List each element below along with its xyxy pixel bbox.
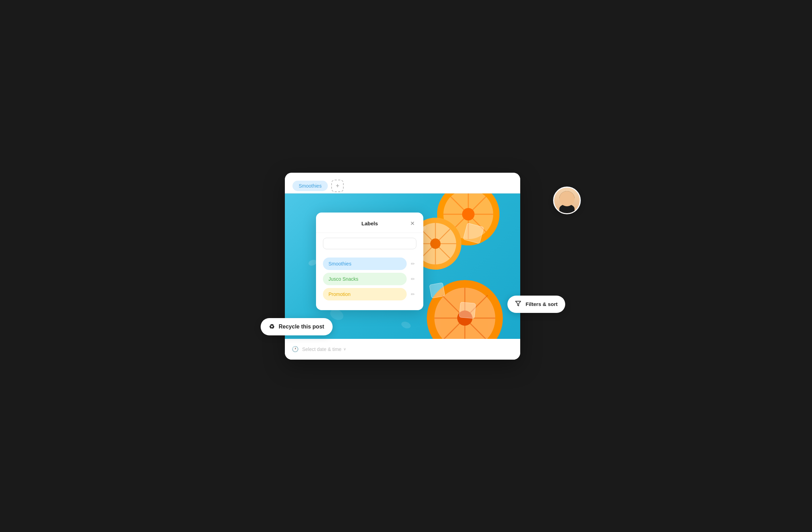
edit-icon-promotion[interactable]: ✏ — [409, 290, 416, 298]
date-time-selector[interactable]: Select date & time ∨ — [302, 346, 346, 352]
clock-icon: 🕐 — [292, 346, 299, 352]
filter-icon — [515, 300, 521, 308]
chevron-down-icon: ∨ — [343, 347, 346, 351]
tab-add-button[interactable]: + — [331, 180, 344, 192]
recycle-button[interactable]: ♻ Recycle this post — [261, 318, 333, 335]
dropdown-title: Labels — [331, 220, 408, 226]
label-item-jusco-snacks: Jusco Snacks ✏ — [323, 273, 416, 285]
recycle-icon: ♻ — [269, 323, 274, 331]
avatar-face — [554, 188, 580, 213]
avatar[interactable] — [553, 187, 581, 214]
filters-sort-button[interactable]: Filters & sort — [507, 296, 565, 313]
label-search-input[interactable] — [323, 238, 416, 249]
close-button[interactable]: ✕ — [408, 219, 416, 228]
edit-icon-smoothies[interactable]: ✏ — [409, 260, 416, 268]
labels-dropdown: Labels ✕ 🔍 Smoothies ✏ Jusco Snacks ✏ Pr… — [316, 213, 423, 310]
date-select-label: Select date & time — [302, 346, 342, 352]
label-pill-promotion[interactable]: Promotion — [323, 288, 407, 300]
filters-label: Filters & sort — [525, 301, 558, 307]
dropdown-header: Labels ✕ — [323, 219, 416, 228]
recycle-label: Recycle this post — [279, 324, 324, 330]
label-pill-smoothies[interactable]: Smoothies — [323, 258, 407, 270]
divider — [316, 233, 423, 233]
scene: Smoothies + — [250, 159, 562, 373]
svg-point-28 — [400, 320, 412, 329]
label-pill-jusco-snacks[interactable]: Jusco Snacks — [323, 273, 407, 285]
tab-bar: Smoothies + — [285, 173, 520, 193]
label-item-smoothies: Smoothies ✏ — [323, 258, 416, 270]
avatar-head — [559, 191, 575, 206]
tab-smoothies[interactable]: Smoothies — [292, 181, 328, 191]
search-wrapper: 🔍 — [323, 238, 416, 253]
svg-marker-29 — [516, 301, 521, 306]
label-item-promotion: Promotion ✏ — [323, 288, 416, 300]
bottom-bar: 🕐 Select date & time ∨ — [285, 339, 520, 360]
edit-icon-jusco-snacks[interactable]: ✏ — [409, 275, 416, 283]
